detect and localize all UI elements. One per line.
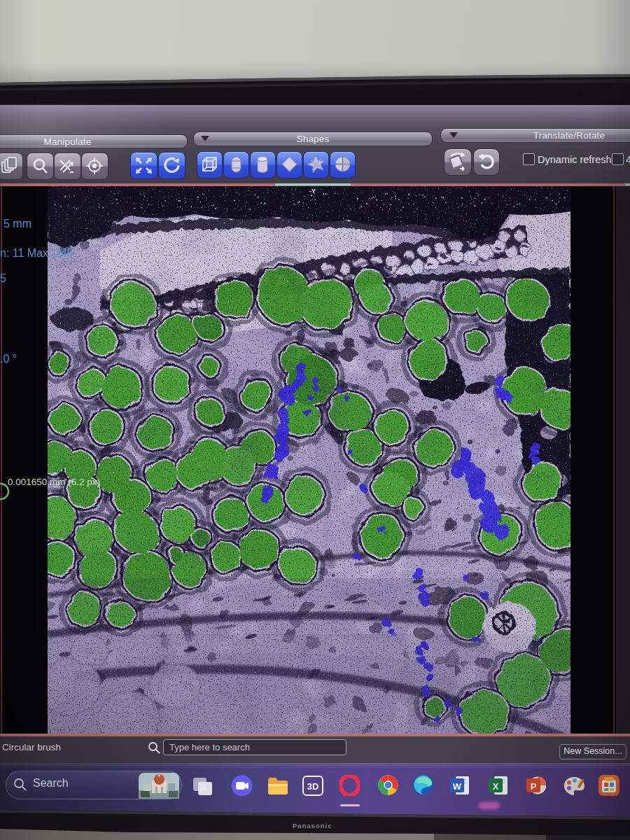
svg-text:X: X	[493, 781, 499, 792]
svg-text:W: W	[453, 781, 462, 792]
svg-text:P: P	[531, 781, 537, 792]
svg-text:3D: 3D	[307, 781, 319, 792]
